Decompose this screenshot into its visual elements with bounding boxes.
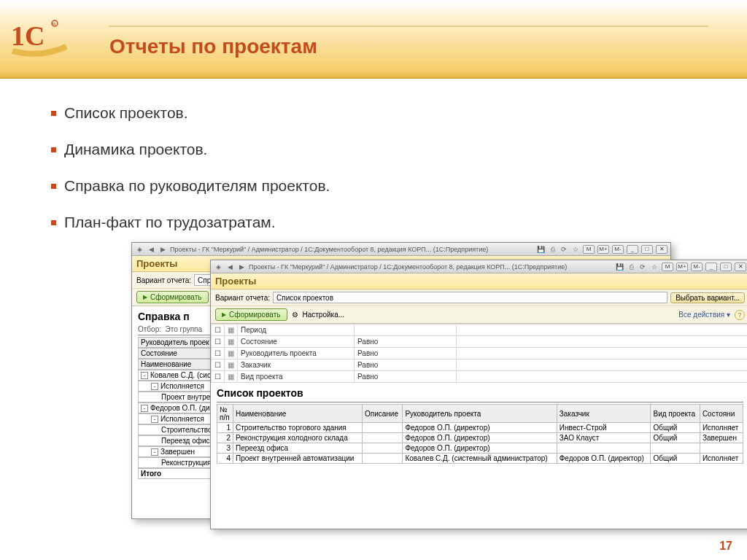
bullet-item: Список проектов. — [51, 104, 747, 122]
save-icon[interactable]: 💾 — [536, 245, 545, 254]
report-title: Список проектов — [217, 387, 743, 399]
filter-row[interactable]: ☐▦Период — [212, 324, 748, 336]
filter-row[interactable]: ☐▦СостояниеРавно — [212, 336, 748, 348]
filter-row[interactable]: ☐▦Вид проектаРавно — [212, 371, 748, 383]
filter-value[interactable] — [457, 336, 748, 348]
variant-field[interactable]: Список проектов — [273, 292, 667, 303]
calc-m-button[interactable]: M — [583, 245, 595, 254]
table-row[interactable]: 4Проект внутренней автоматизацииКовалев … — [217, 454, 743, 464]
filter-type-icon: ▦ — [225, 348, 238, 359]
print-icon[interactable]: ⎙ — [627, 262, 635, 271]
tree-toggle-icon[interactable]: - — [151, 416, 158, 423]
filter-condition[interactable]: Равно — [355, 359, 457, 371]
cell-customer: ЗАО Клауст — [557, 433, 651, 443]
window-close-button[interactable]: ✕ — [656, 245, 667, 254]
save-icon[interactable]: 💾 — [615, 262, 624, 271]
column-header[interactable]: № п/п — [217, 405, 233, 423]
section-header: Состояние — [141, 349, 177, 357]
filter-type-icon: ▦ — [225, 371, 238, 383]
filter-value[interactable] — [457, 324, 748, 336]
window-title-text: Проекты - ГК "Меркурий" / Администратор … — [170, 246, 488, 253]
bullet-item: Динамика проектов. — [51, 141, 747, 158]
table-row[interactable]: 3Переезд офисаФедоров О.П. (директор) — [217, 443, 743, 454]
nav-fwd-icon[interactable]: ▶ — [158, 245, 167, 254]
filter-value[interactable] — [457, 359, 748, 371]
calc-mminus-button[interactable]: M- — [612, 245, 624, 254]
settings-icon[interactable]: ⚙ — [292, 311, 298, 319]
refresh-icon[interactable]: ⟳ — [638, 262, 647, 271]
window-min-button[interactable]: _ — [705, 262, 717, 271]
cell-desc — [362, 454, 402, 464]
filter-row[interactable]: ☐▦Руководитель проектаРавно — [212, 348, 748, 359]
settings-button[interactable]: Настройка... — [303, 311, 345, 319]
column-header[interactable]: Состояни — [700, 405, 743, 423]
column-header[interactable]: Описание — [362, 405, 402, 423]
column-header[interactable]: Заказчик — [557, 405, 651, 423]
data-table: № п/пНаименованиеОписаниеРуководитель пр… — [217, 404, 743, 464]
filter-value[interactable] — [457, 348, 748, 359]
cell-num: 4 — [217, 454, 233, 464]
window-min-button[interactable]: _ — [627, 245, 638, 254]
star-icon[interactable]: ☆ — [571, 245, 580, 254]
table-row[interactable]: 1Строительство торгового зданияФедоров О… — [217, 423, 743, 433]
cell-name: Переезд офиса — [233, 443, 363, 454]
refresh-icon[interactable]: ⟳ — [560, 245, 568, 254]
generate-button[interactable]: Сформировать — [215, 308, 287, 321]
nav-back-icon[interactable]: ◀ — [225, 262, 234, 271]
nav-back-icon[interactable]: ◀ — [147, 245, 155, 254]
tree-toggle-icon[interactable]: - — [141, 405, 148, 412]
cell-state: Исполняет — [700, 423, 743, 433]
help-icon[interactable]: ? — [735, 310, 745, 320]
filter-checkbox[interactable]: ☐ — [212, 348, 225, 359]
generate-button[interactable]: Сформировать — [136, 291, 209, 303]
star-icon[interactable]: ☆ — [650, 262, 659, 271]
filter-checkbox[interactable]: ☐ — [212, 324, 225, 336]
filter-value: Это группа — [166, 325, 202, 333]
print-icon[interactable]: ⎙ — [548, 245, 557, 254]
filter-table: ☐▦Период☐▦СостояниеРавно☐▦Руководитель п… — [211, 324, 747, 383]
tree-label: Исполняется — [160, 415, 204, 423]
cell-state — [700, 443, 743, 454]
window-close-button[interactable]: ✕ — [735, 262, 746, 271]
filter-condition[interactable]: Равно — [355, 336, 457, 348]
tree-toggle-icon[interactable]: - — [141, 372, 148, 379]
tree-toggle-icon[interactable]: - — [151, 383, 158, 390]
table-row[interactable]: 2Реконструкция холодного складаФедоров О… — [217, 433, 743, 443]
tree-toggle-icon[interactable]: - — [151, 448, 158, 456]
window-max-button[interactable]: □ — [720, 262, 732, 271]
calc-m-button[interactable]: M — [662, 262, 673, 271]
window-header: Проекты — [211, 273, 747, 289]
nav-fwd-icon[interactable]: ▶ — [237, 262, 246, 271]
filter-condition[interactable]: Равно — [355, 348, 457, 359]
filter-row[interactable]: ☐▦ЗаказчикРавно — [212, 359, 748, 371]
filter-checkbox[interactable]: ☐ — [212, 336, 225, 348]
cell-type: Общий — [651, 433, 700, 443]
select-variant-button[interactable]: Выбрать вариант... — [670, 292, 745, 303]
variant-row: Вариант отчета: Список проектов Выбрать … — [211, 289, 747, 306]
window-titlebar[interactable]: ◈ ◀ ▶ Проекты - ГК "Меркурий" / Админист… — [132, 243, 670, 256]
filter-condition[interactable] — [355, 324, 457, 336]
variant-label: Вариант отчета: — [215, 294, 270, 302]
cell-lead: Федоров О.П. (директор) — [403, 423, 557, 433]
filter-checkbox[interactable]: ☐ — [212, 371, 225, 383]
filter-checkbox[interactable]: ☐ — [212, 359, 225, 371]
filter-value[interactable] — [457, 371, 748, 383]
cell-name: Проект внутренней автоматизации — [233, 454, 363, 464]
column-header[interactable]: Вид проекта — [651, 405, 700, 423]
cell-customer — [557, 443, 651, 454]
section-header: Наименование — [141, 360, 191, 368]
cell-desc — [362, 423, 402, 433]
filter-condition[interactable]: Равно — [355, 371, 457, 383]
window-max-button[interactable]: □ — [641, 245, 653, 254]
window-titlebar[interactable]: ◈ ◀ ▶ Проекты - ГК "Меркурий" / Админист… — [211, 260, 747, 273]
calc-mplus-button[interactable]: M+ — [597, 245, 609, 254]
calc-mminus-button[interactable]: M- — [691, 262, 703, 271]
cell-lead: Федоров О.П. (директор) — [403, 433, 557, 443]
slide-header: 1CR Отчеты по проектам — [0, 0, 747, 79]
calc-mplus-button[interactable]: M+ — [676, 262, 688, 271]
bullet-item: Справка по руководителям проектов. — [51, 177, 747, 195]
all-actions-link[interactable]: Все действия ▾ — [678, 311, 730, 319]
column-header[interactable]: Руководитель проекта — [403, 405, 557, 423]
bullet-item: План-факт по трудозатратам. — [51, 214, 747, 231]
column-header[interactable]: Наименование — [233, 405, 363, 423]
